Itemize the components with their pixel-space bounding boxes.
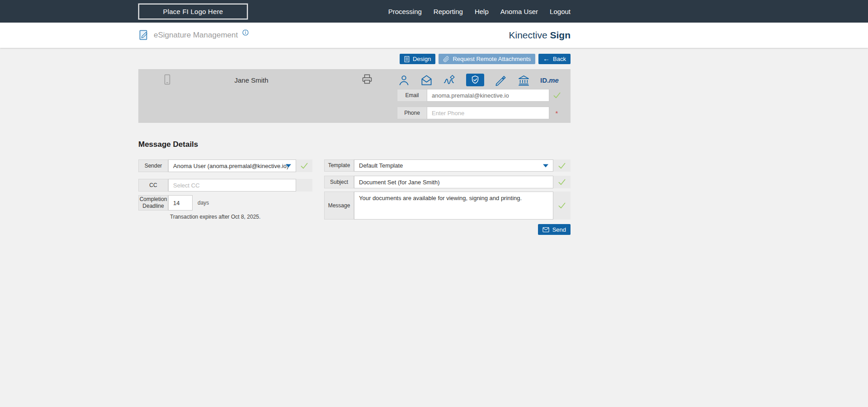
- nav-logout[interactable]: Logout: [550, 8, 571, 15]
- printer-icon[interactable]: [362, 74, 373, 84]
- recipient-name: Jane Smith: [202, 76, 301, 84]
- fi-logo-placeholder: Place FI Logo Here: [138, 4, 248, 19]
- template-select[interactable]: Default Template: [354, 159, 553, 172]
- nav-help[interactable]: Help: [475, 8, 489, 15]
- subject-row: Subject: [324, 176, 571, 188]
- page-header: eSignature Management Kinective Sign: [0, 23, 868, 48]
- phone-input[interactable]: [427, 107, 549, 119]
- subject-label: Subject: [324, 176, 354, 188]
- person-icon[interactable]: [398, 74, 410, 86]
- sender-select[interactable]: Anoma User (anoma.premalal@kinective.io): [168, 159, 296, 172]
- main-content: Design Request Remote Attachments ← Back…: [138, 48, 571, 235]
- message-textarea[interactable]: Your documents are available for viewing…: [354, 192, 553, 220]
- cc-label: CC: [138, 179, 168, 192]
- idme-logo[interactable]: ID.me: [540, 76, 559, 84]
- phone-required-mark: *: [549, 107, 564, 119]
- chevron-down-icon: [543, 164, 548, 167]
- recipient-panel: Jane Smith: [138, 69, 571, 123]
- chevron-down-icon: [286, 164, 291, 168]
- bank-icon[interactable]: [518, 74, 530, 86]
- esignature-doc-icon: [138, 29, 149, 41]
- shield-check-icon[interactable]: [466, 74, 484, 86]
- design-button[interactable]: Design: [400, 54, 435, 64]
- message-valid-check-icon: [553, 192, 571, 220]
- phone-label: Phone: [397, 107, 427, 119]
- deadline-unit-label: days: [198, 200, 209, 206]
- template-valid-check-icon: [553, 159, 571, 172]
- mobile-device-icon: [163, 74, 172, 85]
- completion-deadline-label: Completion Deadline: [138, 195, 168, 211]
- page-title: eSignature Management: [154, 31, 238, 40]
- completion-deadline-row: Completion Deadline days: [138, 195, 312, 211]
- email-input[interactable]: [427, 89, 549, 102]
- deadline-note: Transaction expires after Oct 8, 2025.: [170, 214, 312, 220]
- template-label: Template: [324, 159, 354, 172]
- action-toolbar: Design Request Remote Attachments ← Back: [138, 54, 571, 64]
- message-details-form: Sender Anoma User (anoma.premalal@kinect…: [138, 159, 571, 220]
- cc-input[interactable]: [168, 179, 296, 192]
- email-row: Email: [397, 89, 564, 102]
- cc-row: CC: [138, 179, 312, 192]
- signature-icon[interactable]: [443, 74, 456, 86]
- brand-regular: Kinective: [509, 30, 550, 40]
- send-row: Send: [138, 224, 571, 235]
- back-button[interactable]: ← Back: [538, 54, 571, 64]
- idme-logo-me: me: [549, 76, 559, 84]
- sender-valid-check-icon: [296, 159, 312, 172]
- message-details-heading: Message Details: [138, 140, 571, 149]
- envelope-open-icon[interactable]: [420, 74, 433, 86]
- info-icon[interactable]: [242, 29, 249, 36]
- send-button-label: Send: [552, 226, 566, 233]
- email-label: Email: [397, 89, 427, 102]
- send-button[interactable]: Send: [538, 224, 571, 235]
- back-arrow-icon: ←: [543, 55, 550, 62]
- sender-selected-value: Anoma User (anoma.premalal@kinective.io): [173, 163, 288, 169]
- signature-pen-icon[interactable]: [495, 74, 507, 86]
- subject-input[interactable]: [354, 176, 553, 188]
- delivery-method-row: ID.me: [398, 73, 559, 87]
- phone-row: Phone *: [397, 107, 564, 119]
- right-column: Template Default Template Subject: [324, 159, 571, 220]
- left-column: Sender Anoma User (anoma.premalal@kinect…: [138, 159, 312, 220]
- nav-user-menu[interactable]: Anoma User: [500, 8, 538, 15]
- design-button-label: Design: [413, 56, 431, 62]
- request-remote-attachments-button[interactable]: Request Remote Attachments: [439, 54, 535, 64]
- top-nav: Processing Reporting Help Anoma User Log…: [388, 8, 571, 15]
- template-selected-value: Default Template: [359, 162, 403, 169]
- idme-logo-id: ID.: [540, 76, 549, 84]
- completion-deadline-input[interactable]: [168, 195, 193, 211]
- sender-label: Sender: [138, 159, 168, 172]
- design-doc-icon: [404, 56, 410, 62]
- request-remote-attachments-label: Request Remote Attachments: [453, 56, 531, 62]
- paperclip-icon: [443, 56, 449, 62]
- cc-status-cell: [296, 179, 312, 192]
- subject-valid-check-icon: [553, 176, 571, 188]
- sender-row: Sender Anoma User (anoma.premalal@kinect…: [138, 159, 312, 172]
- required-asterisk: *: [556, 110, 558, 117]
- topbar: Place FI Logo Here Processing Reporting …: [0, 0, 868, 23]
- nav-reporting[interactable]: Reporting: [434, 8, 463, 15]
- message-label: Message: [324, 192, 354, 220]
- nav-processing[interactable]: Processing: [388, 8, 422, 15]
- back-button-label: Back: [553, 56, 566, 62]
- template-row: Template Default Template: [324, 159, 571, 172]
- brand-bold: Sign: [550, 30, 571, 40]
- email-valid-check-icon: [549, 89, 564, 102]
- brand-logo: Kinective Sign: [509, 30, 571, 41]
- recipient-contact-form: Email Phone *: [397, 89, 564, 124]
- message-row: Message Your documents are available for…: [324, 192, 571, 220]
- send-envelope-icon: [542, 227, 549, 233]
